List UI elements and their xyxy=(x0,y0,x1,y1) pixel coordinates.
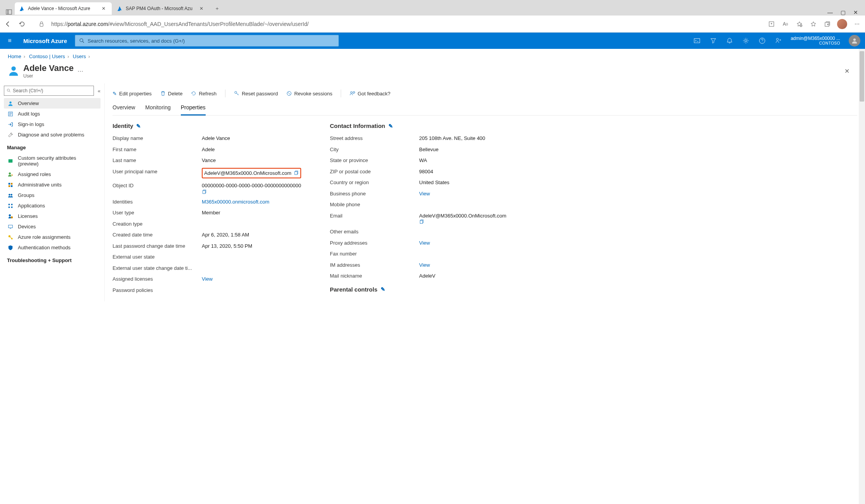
tab-close-icon[interactable]: ✕ xyxy=(197,4,206,13)
svg-rect-20 xyxy=(9,185,10,186)
site-info-icon[interactable] xyxy=(37,20,46,28)
refresh-button[interactable]: Refresh xyxy=(191,91,217,97)
collections-icon[interactable] xyxy=(823,20,832,28)
delete-button[interactable]: Delete xyxy=(160,91,183,97)
feedback-button[interactable]: Got feedback? xyxy=(350,91,390,97)
sidebar-item-au[interactable]: Administrative units xyxy=(4,180,101,190)
notifications-icon[interactable] xyxy=(721,33,738,49)
favorites-icon[interactable] xyxy=(809,20,818,28)
sidebar-item-roles[interactable]: Assigned roles xyxy=(4,169,101,180)
maximize-icon[interactable]: ▢ xyxy=(841,9,846,16)
filter-icon[interactable] xyxy=(705,33,721,49)
sidebar-item-rbac[interactable]: Azure role assignments xyxy=(4,232,101,242)
account-avatar[interactable] xyxy=(849,35,860,47)
tab-properties[interactable]: Properties xyxy=(181,101,206,116)
cloud-shell-icon[interactable] xyxy=(689,33,705,49)
sidebar-item-apps[interactable]: Applications xyxy=(4,200,101,211)
new-tab-button[interactable]: ＋ xyxy=(213,4,221,13)
sidebar-item-auth[interactable]: Authentication methods xyxy=(4,242,101,253)
copy-email-icon[interactable] xyxy=(419,219,532,224)
signin-icon xyxy=(7,122,14,127)
copy-oid-icon[interactable] xyxy=(202,190,314,195)
page-subtitle: User xyxy=(23,73,74,79)
close-window-icon[interactable]: ✕ xyxy=(853,9,858,16)
revoke-sessions-button[interactable]: Revoke sessions xyxy=(286,91,332,97)
app-install-icon[interactable] xyxy=(767,20,776,28)
sidebar-item-overview[interactable]: Overview xyxy=(4,98,101,109)
back-button[interactable] xyxy=(4,20,12,28)
tab-monitoring[interactable]: Monitoring xyxy=(145,101,170,115)
person-feedback-icon xyxy=(350,91,355,96)
section-title: Identity xyxy=(113,123,133,129)
svg-point-34 xyxy=(351,91,352,93)
browser-titlebar: Adele Vance - Microsoft Azure ✕ SAP PM4 … xyxy=(0,0,865,16)
scrollbar-thumb[interactable] xyxy=(860,51,864,102)
hamburger-icon[interactable]: ≡ xyxy=(4,37,16,44)
tab-overview[interactable]: Overview xyxy=(113,101,135,115)
edit-contact-icon[interactable]: ✎ xyxy=(388,123,393,129)
unit-icon xyxy=(7,182,14,188)
svg-point-17 xyxy=(9,172,11,174)
svg-rect-25 xyxy=(11,204,13,205)
collapse-sidebar-icon[interactable]: « xyxy=(98,88,101,94)
account-info[interactable]: admin@M365x00000 ... CONTOSO xyxy=(787,36,844,46)
azure-brand[interactable]: Microsoft Azure xyxy=(23,38,67,44)
sidebar-item-devices[interactable]: Devices xyxy=(4,221,101,232)
sidebar-item-audit[interactable]: Audit logs xyxy=(4,109,101,119)
crumb-contoso-users[interactable]: Contoso | Users xyxy=(29,54,65,59)
copy-upn-icon[interactable] xyxy=(294,171,299,176)
sidebar: Search (Ctrl+/) « Overview Audit logs Si… xyxy=(0,83,105,301)
help-icon[interactable] xyxy=(754,33,770,49)
tabs: Overview Monitoring Properties xyxy=(113,101,857,116)
url-display[interactable]: https://portal.azure.com/#view/Microsoft… xyxy=(51,21,762,27)
section-title: Contact Information xyxy=(330,123,385,129)
scrollbar-track[interactable] xyxy=(859,49,865,301)
close-blade-icon[interactable]: ✕ xyxy=(844,67,857,75)
proxy-addresses-link[interactable]: View xyxy=(419,240,430,246)
read-aloud-icon[interactable]: A)) xyxy=(781,20,790,28)
refresh-button[interactable] xyxy=(18,20,26,28)
svg-rect-35 xyxy=(295,171,297,174)
tab-close-icon[interactable]: ✕ xyxy=(99,4,108,13)
sidebar-search[interactable]: Search (Ctrl+/) xyxy=(4,86,94,96)
more-actions[interactable]: ··· xyxy=(78,67,83,75)
svg-point-10 xyxy=(777,38,778,40)
svg-rect-36 xyxy=(203,190,205,193)
svg-point-14 xyxy=(9,101,11,103)
crumb-users[interactable]: Users xyxy=(73,54,86,59)
sidebar-item-csa[interactable]: Custom security attributes (preview) xyxy=(4,153,101,169)
more-menu-icon[interactable]: ⋯ xyxy=(853,20,861,28)
add-favorite-icon[interactable] xyxy=(795,20,804,28)
license-icon xyxy=(7,214,14,219)
tabs-overview-icon[interactable] xyxy=(5,9,12,16)
global-search[interactable] xyxy=(75,35,339,47)
browser-tab-inactive[interactable]: SAP PM4 OAuth - Microsoft Azu ✕ xyxy=(113,2,210,15)
window-controls: — ▢ ✕ xyxy=(827,9,862,16)
licenses-view-link[interactable]: View xyxy=(202,276,213,282)
profile-avatar[interactable] xyxy=(837,19,847,29)
settings-icon[interactable] xyxy=(738,33,754,49)
feedback-icon[interactable] xyxy=(770,33,787,49)
svg-rect-2 xyxy=(40,24,43,26)
identities-link[interactable]: M365x00000.onmicrosoft.com xyxy=(202,199,269,205)
reset-password-button[interactable]: Reset password xyxy=(234,91,278,97)
upn-highlight: AdeleV@M365x0000.OnMicrosoft.com xyxy=(202,168,301,179)
sidebar-item-diagnose[interactable]: Diagnose and solve problems xyxy=(4,129,101,140)
business-phone-link[interactable]: View xyxy=(419,191,430,197)
tab-title: SAP PM4 OAuth - Microsoft Azu xyxy=(126,6,192,11)
im-addresses-link[interactable]: View xyxy=(419,262,430,268)
global-search-input[interactable] xyxy=(88,38,335,44)
block-icon xyxy=(286,91,292,96)
edit-parental-icon[interactable]: ✎ xyxy=(381,286,385,292)
edit-properties-button[interactable]: ✎Edit properties xyxy=(113,91,152,97)
sidebar-item-licenses[interactable]: Licenses xyxy=(4,211,101,221)
section-title: Parental controls xyxy=(330,286,378,293)
edit-identity-icon[interactable]: ✎ xyxy=(136,123,141,129)
crumb-home[interactable]: Home xyxy=(8,54,21,59)
address-bar: https://portal.azure.com/#view/Microsoft… xyxy=(0,16,865,33)
groups-icon xyxy=(7,193,14,198)
browser-tab-active[interactable]: Adele Vance - Microsoft Azure ✕ xyxy=(15,2,112,15)
minimize-icon[interactable]: — xyxy=(827,9,833,16)
sidebar-item-groups[interactable]: Groups xyxy=(4,190,101,200)
sidebar-item-signin[interactable]: Sign-in logs xyxy=(4,119,101,129)
